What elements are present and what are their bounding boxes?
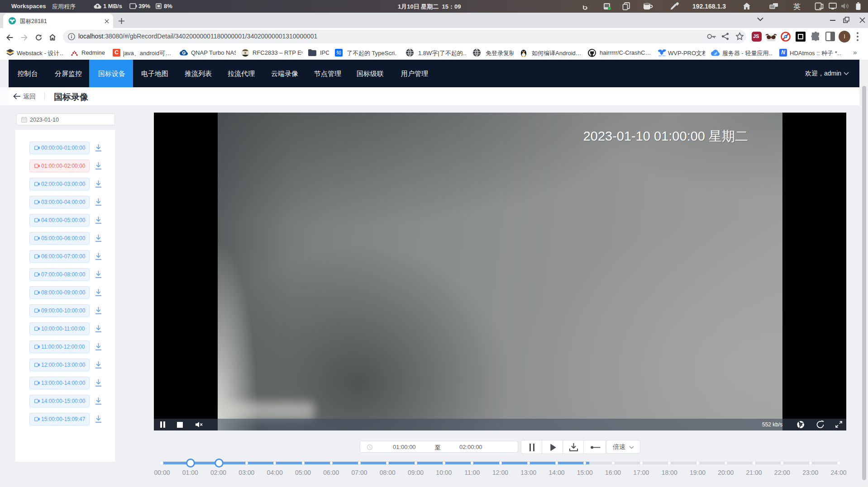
svg-text:WVP·PRO: WVP·PRO xyxy=(658,55,666,57)
